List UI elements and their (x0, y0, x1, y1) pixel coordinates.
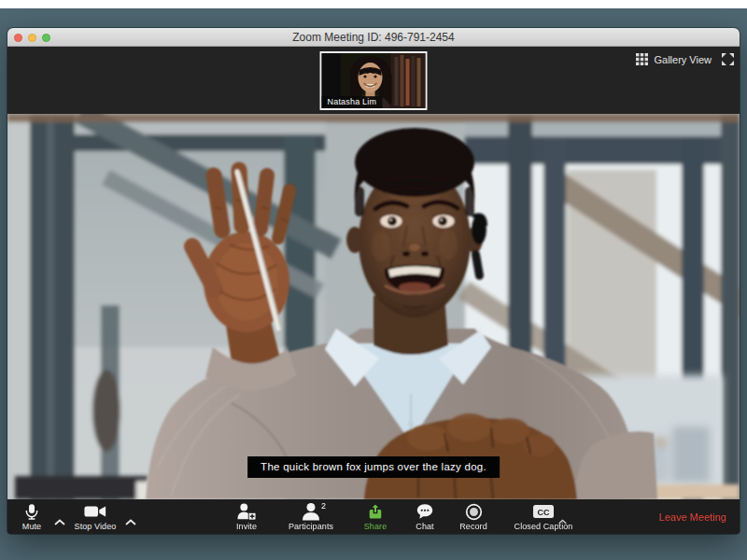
minimize-window-button[interactable] (28, 34, 36, 42)
invite-button[interactable]: Invite (222, 499, 271, 534)
invite-label: Invite (236, 522, 257, 531)
participant-thumbnail-video[interactable]: Natasha Lim (320, 51, 428, 110)
speaker-video-frame (7, 114, 740, 499)
screen-top-strip (0, 0, 747, 8)
chat-button[interactable]: Chat (403, 499, 446, 534)
closed-caption-text: The quick brown fox jumps over the lazy … (247, 456, 500, 478)
window-titlebar: Zoom Meeting ID: 496-791-2454 (7, 28, 740, 47)
leave-meeting-button[interactable]: Leave Meeting (659, 511, 726, 523)
main-speaker-video: The quick brown fox jumps over the lazy … (7, 114, 740, 499)
meeting-top-bar: Natasha Lim Gallery View (7, 47, 740, 114)
cc-options-chevron[interactable] (558, 511, 567, 528)
participants-label: Participants (289, 522, 333, 531)
cc-icon: CC (532, 503, 555, 520)
record-label: Record (459, 522, 487, 531)
close-window-button[interactable] (14, 34, 22, 42)
svg-text:CC: CC (538, 508, 550, 517)
participants-button[interactable]: 2 Participants (275, 499, 347, 534)
meeting-toolbar: Mute Stop Video (7, 499, 740, 534)
video-options-chevron[interactable] (122, 499, 139, 534)
chat-label: Chat (416, 522, 433, 531)
record-circle-icon (465, 503, 483, 520)
share-screen-button[interactable]: Share (351, 499, 400, 534)
participants-count-badge: 2 (321, 501, 326, 511)
stop-video-label: Stop Video (75, 522, 117, 531)
chat-bubble-icon (416, 503, 434, 520)
mute-options-chevron[interactable] (51, 499, 68, 534)
gallery-view-button[interactable]: Gallery View (636, 53, 712, 65)
stop-video-button[interactable]: Stop Video (68, 499, 122, 534)
mute-button[interactable]: Mute (12, 499, 51, 534)
window-title: Zoom Meeting ID: 496-791-2454 (292, 31, 454, 44)
video-camera-icon (84, 503, 106, 520)
gallery-grid-icon (636, 53, 648, 65)
traffic-lights (14, 34, 50, 42)
zoom-window-button[interactable] (42, 34, 50, 42)
fullscreen-button[interactable] (722, 53, 734, 65)
participant-name-label: Natasha Lim (322, 96, 383, 108)
fullscreen-icon (722, 53, 734, 65)
mute-label: Mute (22, 522, 41, 531)
record-button[interactable]: Record (450, 499, 497, 534)
microphone-icon (23, 503, 40, 520)
gallery-view-label: Gallery View (654, 54, 712, 65)
zoom-meeting-window: Zoom Meeting ID: 496-791-2454 (7, 28, 740, 534)
invite-person-plus-icon (236, 503, 257, 520)
share-label: Share (364, 522, 388, 531)
closed-caption-button[interactable]: CC Closed Caption (500, 499, 586, 534)
participants-icon (302, 503, 320, 520)
share-screen-icon (366, 503, 385, 520)
